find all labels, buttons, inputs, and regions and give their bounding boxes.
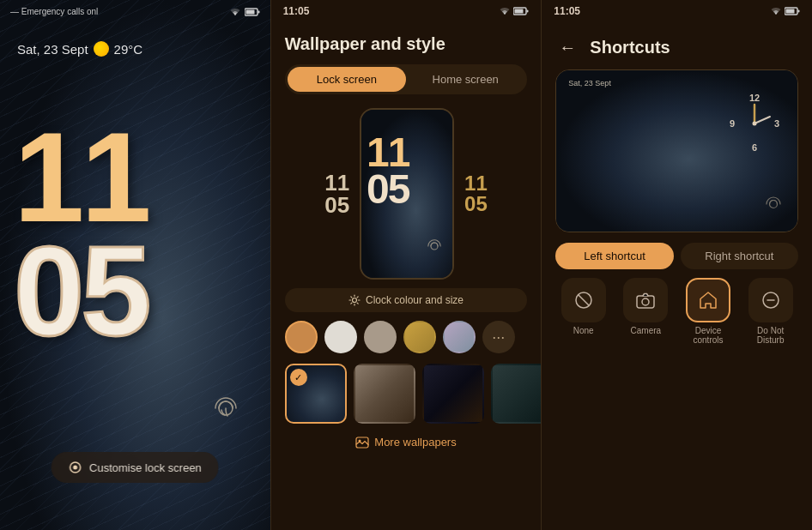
wallpaper-thumb-texture1[interactable] [354,364,415,424]
customize-lock-button[interactable]: Customise lock screen [52,452,219,483]
clock-preview-small: 11 05 [324,172,349,216]
color-swatch-mid[interactable] [364,321,397,353]
p2-status-right [500,7,529,15]
p3-battery-icon [785,7,800,15]
home-icon-svg [698,290,718,310]
phone-preview-clock: 11 05 [367,134,409,208]
svg-line-21 [754,117,770,123]
tab-home-screen[interactable]: Home screen [406,67,524,92]
tab-right-shortcut[interactable]: Right shortcut [681,243,798,269]
analog-clock-svg: 12 9 3 6 [720,89,789,158]
svg-line-25 [579,295,589,305]
shortcut-none-icon [561,278,606,322]
shortcut-device-controls-label: Device controls [681,326,736,345]
svg-rect-1 [245,9,254,14]
p3-time: 11:05 [554,5,580,17]
shortcut-tabs: Left shortcut Right shortcut [542,243,812,278]
p3-signal-icon [771,7,781,15]
shortcut-device-controls[interactable]: Device controls [681,278,736,345]
weather-icon [94,41,109,57]
shortcut-dnd-label: Do Not Disturb [742,326,798,345]
shortcut-dnd[interactable]: Do Not Disturb [742,278,798,345]
color-swatch-gold[interactable] [403,321,436,353]
shortcuts-phone-preview: Sat, 23 Sept 12 9 3 6 [555,69,798,232]
shortcut-device-controls-icon [686,278,730,322]
clock-btn-label: Clock colour and size [366,294,464,306]
p3-status-right [771,7,800,15]
color-swatch-light[interactable] [324,321,357,353]
date-weather: Sat, 23 Sept 29°C [17,41,142,57]
p3-preview-fingerprint [765,196,782,213]
clock-preview-gold: 11 05 [464,173,488,214]
svg-rect-7 [515,9,524,14]
wallpaper-thumb-dark1[interactable] [422,364,484,424]
emergency-text: — Emergency calls onl [10,7,98,16]
tab-left-shortcut[interactable]: Left shortcut [555,243,673,269]
shortcut-camera-label: Camera [631,326,662,335]
dnd-icon-svg [760,290,781,310]
svg-rect-14 [786,9,795,14]
fingerprint-area[interactable] [207,389,245,427]
p2-signal-icon [500,7,510,15]
svg-point-10 [352,298,356,303]
tab-lock-screen[interactable]: Lock screen [288,67,406,92]
phone-preview: 11 05 [360,108,454,280]
customize-icon [69,461,82,474]
wallpaper-thumb-row: ✓ [271,360,542,431]
svg-text:9: 9 [730,118,735,129]
shortcut-camera[interactable]: Camera [618,278,674,345]
back-button[interactable]: ← [555,34,579,61]
svg-point-5 [73,466,77,470]
phone-hour: 11 [367,134,409,171]
clock-minute: 05 [14,234,148,348]
color-swatch-row: ··· [271,317,542,360]
wifi-icon [229,8,241,16]
lock-screen-panel: — Emergency calls onl Sat, 23 Sept 29°C … [0,0,270,530]
wallpaper-thumb-feather[interactable]: ✓ [285,364,347,424]
shortcut-grid: None Camera Device controls Do Not Distu… [542,278,812,345]
color-swatch-purple[interactable] [443,321,476,353]
battery-icon [245,8,260,16]
p3-status-bar: 11:05 [542,0,812,22]
clock-small-hour: 11 [324,172,349,194]
clock-small-minute: 05 [324,194,349,216]
customize-label: Customise lock screen [89,461,202,474]
shortcut-dnd-icon [748,278,793,322]
phone-preview-fingerprint [427,238,442,254]
svg-text:3: 3 [774,118,779,129]
p3-preview-date: Sat, 23 Sept [568,79,611,87]
shortcut-none[interactable]: None [555,278,611,345]
shortcut-none-label: None [573,326,594,335]
wallpaper-style-panel: 11:05 Wallpaper and style Lock screen Ho… [270,0,542,530]
p2-battery-icon [513,7,529,15]
fingerprint-icon [210,393,241,424]
none-icon-svg [573,290,594,310]
lock-clock: 11 05 [14,120,148,348]
svg-rect-2 [258,10,259,13]
shortcuts-header: ← Shortcuts [542,22,812,69]
gear-icon [348,294,361,306]
svg-point-27 [642,298,649,305]
wallpaper-title: Wallpaper and style [285,34,528,54]
clock-preview-area: 11 05 11 05 11 05 [271,101,542,286]
color-swatch-warm[interactable] [285,321,318,353]
p2-status-bar: 11:05 [271,0,542,22]
more-wallpapers-label: More wallpapers [374,436,456,449]
svg-text:6: 6 [752,142,757,153]
camera-icon-svg [635,290,656,310]
phone-minute: 05 [367,171,409,208]
shortcuts-panel: 11:05 ← Shortcuts Sat, 23 Sept 12 9 3 6 [542,0,812,530]
clock-colour-size-button[interactable]: Clock colour and size [285,288,528,312]
wallpaper-thumb-dark2[interactable] [491,364,542,424]
status-icons [229,8,260,16]
svg-rect-26 [637,296,654,308]
svg-point-22 [753,122,757,126]
svg-rect-15 [798,10,800,13]
more-colors-button[interactable]: ··· [482,321,515,353]
analog-clock-preview: 12 9 3 6 [720,89,789,158]
clock-hour: 11 [14,120,148,234]
clock-gold-hour: 11 [464,173,488,194]
more-wallpapers-button[interactable]: More wallpapers [271,431,542,454]
gallery-icon [355,437,369,449]
shortcut-camera-icon [623,278,668,322]
